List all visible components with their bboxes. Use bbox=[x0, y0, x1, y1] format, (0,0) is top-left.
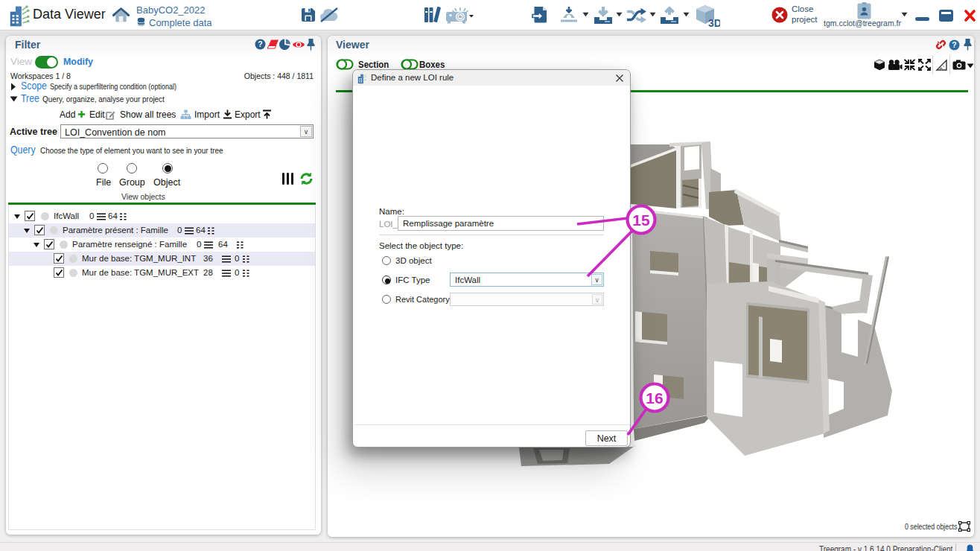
svg-text:?: ? bbox=[952, 40, 956, 49]
svg-text:?: ? bbox=[258, 39, 262, 48]
svg-text:3D: 3D bbox=[708, 17, 720, 28]
